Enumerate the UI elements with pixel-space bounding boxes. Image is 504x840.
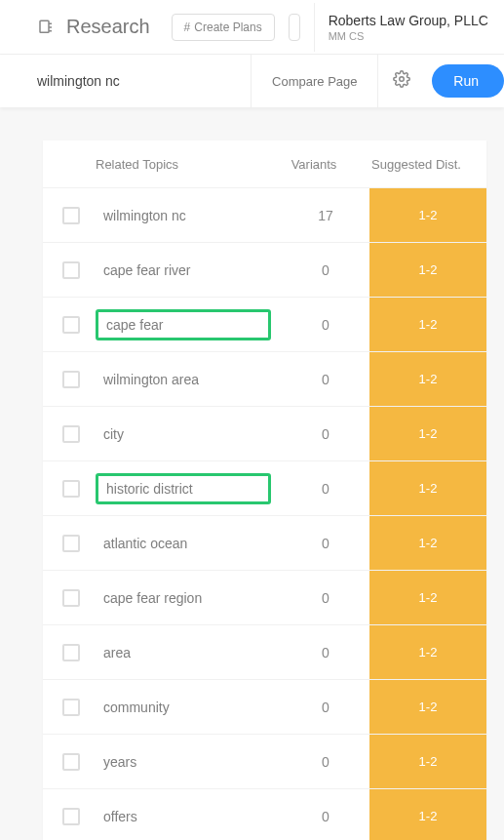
search-value: wilmington nc — [37, 73, 120, 89]
table-row: atlantic ocean01-2 — [43, 515, 486, 570]
row-checkbox[interactable] — [62, 371, 80, 388]
gear-icon — [393, 70, 410, 92]
topic-cell[interactable]: wilmington area — [96, 367, 282, 392]
suggested-dist-cell[interactable]: 1-2 — [369, 625, 486, 679]
search-input[interactable]: wilmington nc — [0, 55, 251, 107]
chip-button[interactable] — [289, 14, 300, 41]
compare-page-button[interactable]: Compare Page — [251, 55, 377, 107]
topic-cell[interactable]: cape fear region — [96, 585, 282, 611]
suggested-dist-cell[interactable]: 1-2 — [369, 516, 486, 570]
table-row: offers01-2 — [43, 788, 486, 840]
hash-icon: # — [184, 20, 191, 34]
suggested-dist-cell[interactable]: 1-2 — [369, 461, 486, 515]
table-row: historic district01-2 — [43, 460, 486, 515]
topic-cell[interactable]: cape fear river — [96, 258, 282, 283]
variants-cell: 0 — [282, 481, 369, 497]
row-checkbox[interactable] — [62, 480, 80, 498]
variants-cell: 0 — [282, 372, 369, 387]
row-checkbox[interactable] — [62, 644, 80, 661]
suggested-dist-cell[interactable]: 1-2 — [369, 407, 486, 460]
top-header: Research # Create Plans Roberts Law Grou… — [0, 0, 504, 55]
suggested-dist-cell[interactable]: 1-2 — [369, 298, 486, 351]
topic-text: cape fear region — [96, 585, 210, 611]
variants-cell: 0 — [282, 809, 369, 824]
topic-text: community — [96, 695, 177, 720]
row-checkbox[interactable] — [62, 425, 80, 443]
topic-cell[interactable]: atlantic ocean — [96, 531, 282, 556]
svg-rect-0 — [40, 20, 49, 32]
row-checkbox[interactable] — [62, 589, 80, 607]
org-name: Roberts Law Group, PLLC — [329, 13, 488, 28]
topic-text: cape fear — [96, 309, 271, 340]
topic-text: wilmington area — [96, 367, 207, 392]
table-row: cape fear region01-2 — [43, 570, 486, 624]
row-checkbox[interactable] — [62, 207, 80, 224]
topic-text: city — [96, 421, 132, 447]
topic-cell[interactable]: city — [96, 421, 282, 447]
variants-cell: 17 — [282, 208, 369, 223]
suggested-dist-cell[interactable]: 1-2 — [369, 680, 486, 734]
variants-cell: 0 — [282, 590, 369, 606]
row-checkbox[interactable] — [62, 808, 80, 825]
create-plans-button[interactable]: # Create Plans — [172, 14, 275, 41]
col-related-topics[interactable]: Related Topics — [96, 157, 270, 172]
divider — [314, 3, 315, 52]
variants-cell: 0 — [282, 426, 369, 442]
topic-cell[interactable]: cape fear — [96, 309, 282, 340]
topic-text: wilmington nc — [96, 203, 194, 228]
topic-text: historic district — [96, 473, 271, 504]
suggested-dist-cell[interactable]: 1-2 — [369, 188, 486, 242]
col-suggested-dist[interactable]: Suggested Dist. — [358, 157, 475, 172]
variants-cell: 0 — [282, 700, 369, 715]
topic-text: years — [96, 749, 144, 775]
research-icon — [37, 19, 55, 36]
table-row: area01-2 — [43, 624, 486, 679]
table-row: city01-2 — [43, 406, 486, 460]
create-plans-label: Create Plans — [194, 20, 261, 34]
row-checkbox[interactable] — [62, 699, 80, 716]
page-title: Research — [66, 16, 150, 38]
table-row: wilmington nc171-2 — [43, 187, 486, 242]
topic-cell[interactable]: wilmington nc — [96, 203, 282, 228]
org-block[interactable]: Roberts Law Group, PLLC MM CS — [329, 13, 488, 42]
col-variants[interactable]: Variants — [270, 157, 358, 172]
suggested-dist-cell[interactable]: 1-2 — [369, 571, 486, 624]
row-checkbox[interactable] — [62, 753, 80, 771]
table-row: cape fear01-2 — [43, 297, 486, 351]
table-header: Related Topics Variants Suggested Dist. — [43, 140, 486, 187]
topic-text: cape fear river — [96, 258, 198, 283]
topic-cell[interactable]: offers — [96, 804, 282, 829]
sub-header: wilmington nc Compare Page Run — [0, 55, 504, 107]
table-row: cape fear river01-2 — [43, 242, 486, 297]
run-cell: Run — [424, 55, 504, 107]
table-row: years01-2 — [43, 734, 486, 788]
topic-cell[interactable]: area — [96, 640, 282, 665]
topic-text: offers — [96, 804, 145, 829]
row-checkbox[interactable] — [62, 261, 80, 279]
variants-cell: 0 — [282, 754, 369, 770]
topics-table: Related Topics Variants Suggested Dist. … — [43, 140, 486, 840]
suggested-dist-cell[interactable]: 1-2 — [369, 352, 486, 406]
topic-text: atlantic ocean — [96, 531, 195, 556]
suggested-dist-cell[interactable]: 1-2 — [369, 243, 486, 297]
suggested-dist-cell[interactable]: 1-2 — [369, 789, 486, 840]
settings-button[interactable] — [377, 55, 424, 107]
topic-cell[interactable]: years — [96, 749, 282, 775]
table-row: wilmington area01-2 — [43, 351, 486, 406]
content-area: Related Topics Variants Suggested Dist. … — [0, 107, 504, 840]
variants-cell: 0 — [282, 317, 369, 333]
variants-cell: 0 — [282, 536, 369, 551]
run-button[interactable]: Run — [432, 64, 504, 98]
table-row: community01-2 — [43, 679, 486, 734]
org-sub: MM CS — [329, 30, 488, 42]
topic-cell[interactable]: historic district — [96, 473, 282, 504]
row-checkbox[interactable] — [62, 316, 80, 334]
row-checkbox[interactable] — [62, 535, 80, 552]
suggested-dist-cell[interactable]: 1-2 — [369, 735, 486, 788]
topic-text: area — [96, 640, 138, 665]
variants-cell: 0 — [282, 262, 369, 278]
svg-point-1 — [400, 77, 405, 82]
topic-cell[interactable]: community — [96, 695, 282, 720]
compare-page-label: Compare Page — [272, 74, 357, 89]
variants-cell: 0 — [282, 645, 369, 660]
